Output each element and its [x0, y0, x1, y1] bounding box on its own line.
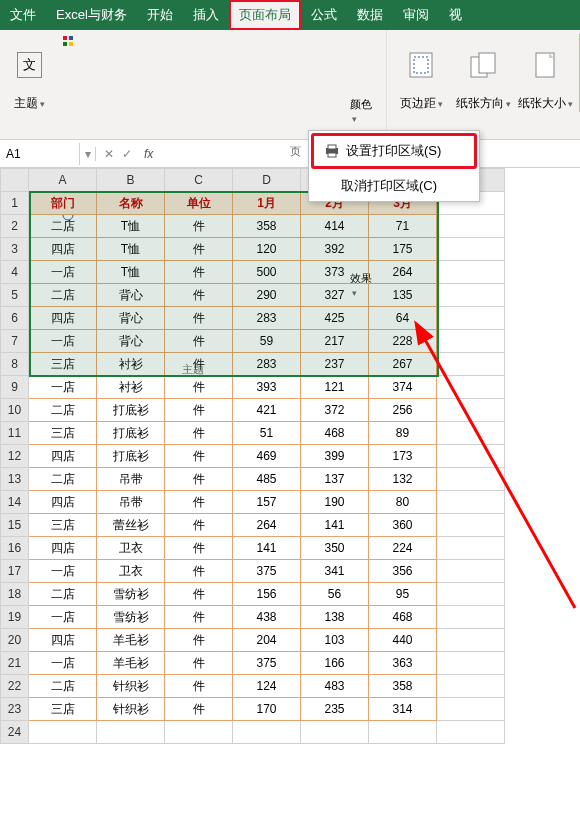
cell[interactable]: 468 — [301, 422, 369, 445]
cell[interactable]: 425 — [301, 307, 369, 330]
cell[interactable] — [437, 491, 505, 514]
cell[interactable]: 打底衫 — [97, 399, 165, 422]
cell[interactable] — [437, 675, 505, 698]
cell[interactable]: 羊毛衫 — [97, 652, 165, 675]
tab-5[interactable]: 公式 — [301, 0, 347, 30]
size-button[interactable]: 纸张大小 — [517, 34, 573, 112]
select-all-corner[interactable] — [1, 169, 29, 192]
cell[interactable] — [97, 721, 165, 744]
col-header-D[interactable]: D — [233, 169, 301, 192]
row-header-9[interactable]: 9 — [1, 376, 29, 399]
row-header-6[interactable]: 6 — [1, 307, 29, 330]
cell[interactable]: 四店 — [29, 445, 97, 468]
cell[interactable]: 89 — [369, 422, 437, 445]
row-header-14[interactable]: 14 — [1, 491, 29, 514]
cell[interactable]: 件 — [165, 307, 233, 330]
cell[interactable]: 138 — [301, 606, 369, 629]
cell[interactable]: 95 — [369, 583, 437, 606]
cell[interactable] — [437, 261, 505, 284]
row-header-1[interactable]: 1 — [1, 192, 29, 215]
row-header-8[interactable]: 8 — [1, 353, 29, 376]
row-header-10[interactable]: 10 — [1, 399, 29, 422]
cell[interactable]: 件 — [165, 399, 233, 422]
cell[interactable]: 414 — [301, 215, 369, 238]
cell[interactable]: 399 — [301, 445, 369, 468]
cell[interactable]: 二店 — [29, 215, 97, 238]
cell[interactable]: 三店 — [29, 698, 97, 721]
tab-4[interactable]: 页面布局 — [229, 0, 301, 30]
cell[interactable]: 373 — [301, 261, 369, 284]
cell[interactable]: 二店 — [29, 284, 97, 307]
spreadsheet[interactable]: ABCDEFG1部门名称单位1月2月3月2二店T恤件358414713四店T恤件… — [0, 168, 580, 744]
cell[interactable]: 264 — [233, 514, 301, 537]
col-header-A[interactable]: A — [29, 169, 97, 192]
cell[interactable]: 四店 — [29, 491, 97, 514]
cell[interactable]: 件 — [165, 468, 233, 491]
cell[interactable]: 件 — [165, 652, 233, 675]
cell[interactable] — [437, 422, 505, 445]
cell[interactable]: 四店 — [29, 629, 97, 652]
row-header-5[interactable]: 5 — [1, 284, 29, 307]
cell[interactable]: 135 — [369, 284, 437, 307]
cell[interactable]: 衬衫 — [97, 376, 165, 399]
row-header-16[interactable]: 16 — [1, 537, 29, 560]
cell[interactable]: 80 — [369, 491, 437, 514]
margins-button[interactable]: 页边距 — [393, 34, 449, 112]
cell[interactable]: 背心 — [97, 307, 165, 330]
tab-2[interactable]: 开始 — [137, 0, 183, 30]
cell[interactable]: 372 — [301, 399, 369, 422]
cell[interactable]: 三店 — [29, 422, 97, 445]
cell[interactable]: 217 — [301, 330, 369, 353]
cell[interactable] — [437, 537, 505, 560]
cell[interactable] — [437, 284, 505, 307]
cell[interactable]: 156 — [233, 583, 301, 606]
cell[interactable]: 166 — [301, 652, 369, 675]
row-header-24[interactable]: 24 — [1, 721, 29, 744]
cell[interactable]: 件 — [165, 698, 233, 721]
cell[interactable]: 137 — [301, 468, 369, 491]
cell[interactable]: 469 — [233, 445, 301, 468]
cell[interactable] — [437, 606, 505, 629]
cell[interactable] — [437, 399, 505, 422]
cell[interactable]: 363 — [369, 652, 437, 675]
tab-3[interactable]: 插入 — [183, 0, 229, 30]
cell[interactable]: 224 — [369, 537, 437, 560]
cell[interactable]: 针织衫 — [97, 698, 165, 721]
cell[interactable]: 件 — [165, 675, 233, 698]
cell[interactable]: 341 — [301, 560, 369, 583]
cell[interactable]: 237 — [301, 353, 369, 376]
row-header-22[interactable]: 22 — [1, 675, 29, 698]
cell[interactable]: 件 — [165, 537, 233, 560]
row-header-13[interactable]: 13 — [1, 468, 29, 491]
cell[interactable]: 打底衫 — [97, 445, 165, 468]
cancel-icon[interactable]: ✕ — [104, 147, 114, 161]
cell[interactable] — [437, 307, 505, 330]
cell[interactable] — [301, 721, 369, 744]
cell[interactable]: 件 — [165, 330, 233, 353]
cell[interactable]: 吊带 — [97, 491, 165, 514]
cell[interactable]: 392 — [301, 238, 369, 261]
cell[interactable] — [437, 330, 505, 353]
col-header-C[interactable]: C — [165, 169, 233, 192]
cell[interactable]: 56 — [301, 583, 369, 606]
cell[interactable] — [233, 721, 301, 744]
cell[interactable]: 132 — [369, 468, 437, 491]
cell[interactable] — [437, 353, 505, 376]
row-header-7[interactable]: 7 — [1, 330, 29, 353]
row-header-19[interactable]: 19 — [1, 606, 29, 629]
cell[interactable]: 名称 — [97, 192, 165, 215]
cell[interactable]: 一店 — [29, 261, 97, 284]
cell[interactable]: 374 — [369, 376, 437, 399]
tab-1[interactable]: Excel与财务 — [46, 0, 137, 30]
cell[interactable]: 一店 — [29, 560, 97, 583]
cell[interactable]: 衬衫 — [97, 353, 165, 376]
cell[interactable]: 二店 — [29, 583, 97, 606]
themes-button[interactable]: 文 主题 — [6, 34, 54, 112]
cell[interactable]: 64 — [369, 307, 437, 330]
cell[interactable]: 290 — [233, 284, 301, 307]
cell[interactable]: T恤 — [97, 238, 165, 261]
cell[interactable]: 483 — [301, 675, 369, 698]
cell[interactable]: 雪纺衫 — [97, 583, 165, 606]
cell[interactable]: 件 — [165, 261, 233, 284]
cell[interactable]: 二店 — [29, 675, 97, 698]
